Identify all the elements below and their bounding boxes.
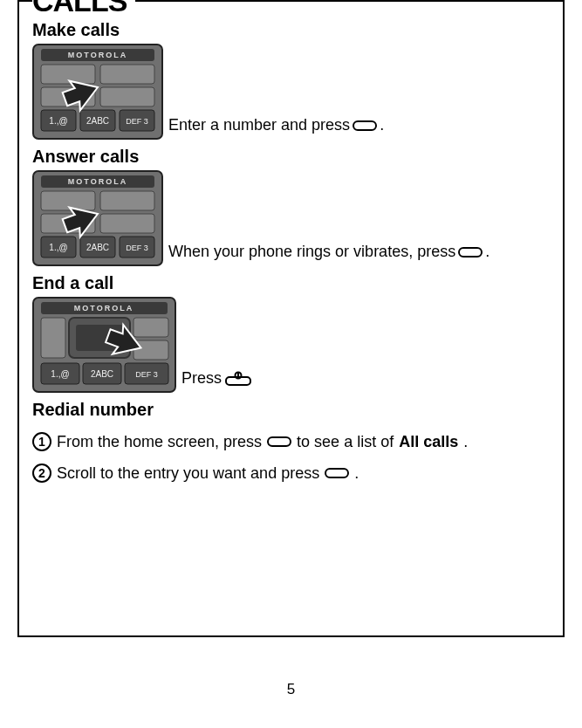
svg-rect-4 <box>100 65 154 84</box>
svg-text:DEF 3: DEF 3 <box>135 370 158 379</box>
svg-rect-27 <box>459 248 482 257</box>
page-number: 5 <box>0 681 582 698</box>
svg-rect-47 <box>268 437 291 446</box>
phone-keypad-left-illustration: MOTOROLA 1.,@ 2ABC DEF 3 <box>32 170 163 266</box>
svg-rect-20 <box>100 214 154 233</box>
section-title-redial: Redial number <box>32 400 550 420</box>
text-fragment: . <box>354 464 359 483</box>
text-fragment: When your phone rings or vibrates, press <box>168 243 455 261</box>
phone-keypad-left-illustration: MOTOROLA 1.,@ 2ABC DEF 3 <box>32 44 163 140</box>
send-key-icon <box>353 120 377 131</box>
make-calls-row: MOTOROLA 1.,@ 2ABC DEF 3 Enter a number … <box>32 44 550 140</box>
make-calls-text: Enter a number and press . <box>168 116 384 134</box>
section-title-end: End a call <box>32 273 550 293</box>
step-1-icon: 1 <box>32 432 51 451</box>
svg-text:MOTOROLA: MOTOROLA <box>68 177 127 186</box>
svg-text:1.,@: 1.,@ <box>49 243 67 252</box>
svg-rect-35 <box>134 340 168 360</box>
redial-step-1: 1 From the home screen, press to see a l… <box>32 432 550 451</box>
text-fragment: Enter a number and press <box>168 116 350 134</box>
text-fragment: . <box>380 116 384 134</box>
svg-rect-3 <box>41 65 95 84</box>
text-fragment: . <box>463 433 468 451</box>
svg-rect-18 <box>100 191 154 210</box>
page-frame: CALLS Make calls MOTOROLA 1.,@ 2ABC DEF … <box>17 0 565 637</box>
text-fragment: Scroll to the entry you want and press <box>57 464 319 483</box>
svg-rect-13 <box>353 121 376 130</box>
svg-rect-31 <box>41 318 65 358</box>
end-call-text: Press <box>181 369 252 388</box>
phone-keypad-right-illustration: MOTOROLA 1.,@ 2ABC DEF 3 <box>32 297 176 393</box>
svg-text:2ABC: 2ABC <box>86 116 109 126</box>
svg-rect-6 <box>100 87 154 106</box>
svg-rect-50 <box>325 469 348 477</box>
section-title-answer: Answer calls <box>32 147 550 167</box>
svg-text:1.,@: 1.,@ <box>51 369 69 379</box>
svg-text:DEF 3: DEF 3 <box>126 117 148 126</box>
text-fragment-bold: All calls <box>399 433 458 451</box>
svg-rect-17 <box>41 191 95 210</box>
text-fragment: From the home screen, press <box>57 433 262 451</box>
text-fragment: . <box>485 243 490 261</box>
answer-calls-row: MOTOROLA 1.,@ 2ABC DEF 3 When your phone… <box>32 170 550 266</box>
text-fragment: Press <box>181 369 222 388</box>
end-call-row: MOTOROLA 1.,@ 2ABC DEF 3 Press <box>32 297 550 393</box>
svg-rect-34 <box>134 318 168 337</box>
header: CALLS <box>32 0 550 18</box>
redial-step-2: 2 Scroll to the entry you want and press… <box>32 464 550 483</box>
svg-text:DEF 3: DEF 3 <box>126 244 148 252</box>
svg-text:2ABC: 2ABC <box>86 243 109 252</box>
svg-text:1.,@: 1.,@ <box>49 116 67 126</box>
page-title: CALLS <box>32 0 135 18</box>
text-fragment: to see a list of <box>297 433 394 451</box>
section-title-make: Make calls <box>32 20 550 40</box>
send-key-icon <box>458 247 483 258</box>
answer-calls-text: When your phone rings or vibrates, press… <box>168 243 490 261</box>
end-key-icon <box>224 371 252 387</box>
svg-text:1: 1 <box>38 435 45 449</box>
send-key-icon <box>325 468 349 478</box>
svg-text:MOTOROLA: MOTOROLA <box>68 51 127 59</box>
svg-text:2: 2 <box>38 466 45 480</box>
step-2-icon: 2 <box>32 464 51 483</box>
svg-text:2ABC: 2ABC <box>91 369 113 379</box>
send-key-icon <box>267 436 291 447</box>
svg-text:MOTOROLA: MOTOROLA <box>74 304 134 312</box>
